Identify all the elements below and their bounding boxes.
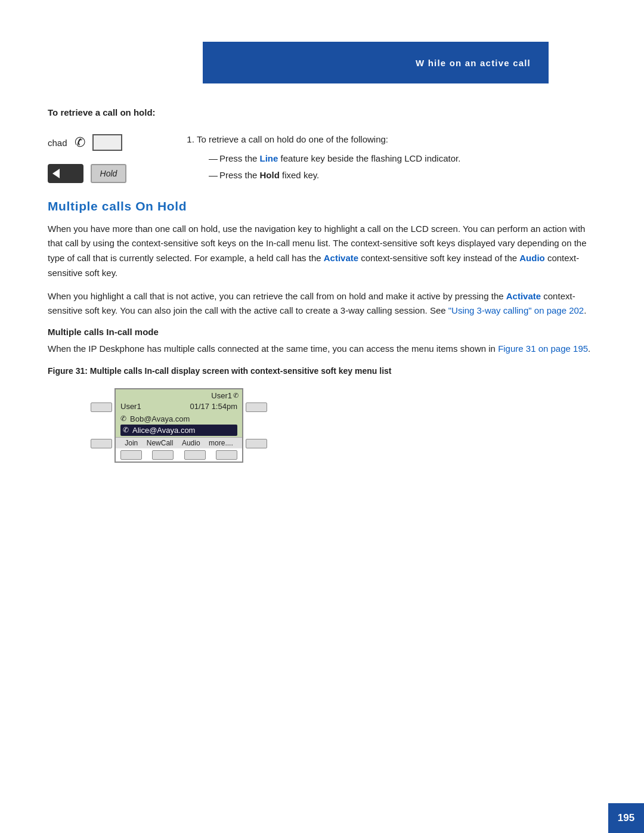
left-line-keys	[88, 388, 114, 463]
body-text-3: When the IP Deskphone has multiple calls…	[48, 342, 596, 357]
bottom-btn-4	[216, 450, 237, 460]
main-content: To retrieve a call on hold: chad ✆ Hold …	[0, 83, 644, 513]
retrieve-right: To retrieve a call on hold do one of the…	[185, 128, 596, 187]
dash1-bold: Line	[260, 153, 278, 163]
bottom-btn-3	[184, 450, 206, 460]
bottom-btn-1	[120, 450, 142, 460]
call-row-1: ✆ Bob@Avaya.com	[120, 413, 237, 425]
line-key-right-1	[246, 402, 267, 412]
activate-bold-1: Activate	[324, 253, 358, 263]
hold-label: Hold	[100, 169, 117, 178]
activate-bold-2: Activate	[506, 291, 541, 301]
dash-item-1: Press the Line feature key beside the fl…	[209, 151, 596, 166]
btn-newcall[interactable]: NewCall	[147, 439, 174, 447]
btn-audio[interactable]: Audio	[182, 439, 200, 447]
line-key-left-1	[91, 402, 112, 412]
body-text-2: When you highlight a call that is not ac…	[48, 289, 596, 319]
dash2-bold: Hold	[260, 170, 280, 180]
dash1-prefix: Press the	[219, 153, 260, 163]
call-2-label: Alice@Avaya.com	[132, 426, 195, 435]
body-text2-start: When you highlight a call that is not ac…	[48, 291, 506, 301]
body-text3-start: When the IP Deskphone has multiple calls…	[48, 343, 498, 354]
retrieve-section: chad ✆ Hold To retrieve a call on hold d…	[48, 128, 596, 187]
body-text2-end: .	[584, 305, 586, 315]
phone-label: chad	[48, 138, 67, 148]
hold-icon-btn	[48, 164, 83, 183]
hold-row: Hold	[48, 164, 167, 183]
call-row-2-selected: ✆ Alice@Avaya.com	[120, 425, 237, 436]
lcd-indicator	[92, 134, 122, 151]
call-icon-2: ✆	[123, 426, 129, 434]
phone-screen: User1 ✆ User1 01/17 1:54pm ✆ Bob@Avaya.c…	[114, 388, 243, 463]
audio-bold: Audio	[519, 253, 545, 263]
call-icon-1: ✆	[120, 414, 126, 423]
user1-label: User1	[211, 391, 232, 400]
info-user: User1	[120, 402, 141, 411]
dash2-prefix: Press the	[219, 170, 260, 180]
line-key-right-2	[246, 439, 267, 448]
step-1: To retrieve a call on hold do one of the…	[197, 133, 596, 182]
screen-info-row: User1 01/17 1:54pm	[116, 401, 242, 412]
page-number: 195	[608, 803, 644, 833]
btn-more[interactable]: more....	[209, 439, 233, 447]
header-title: W hile on an active call	[416, 58, 531, 68]
right-line-keys	[243, 388, 270, 463]
figure31-link[interactable]: Figure 31 on page 195	[498, 343, 588, 354]
retrieve-left: chad ✆ Hold	[48, 128, 167, 183]
phone-small-icon: ✆	[233, 392, 239, 400]
body-text3-end: .	[588, 343, 590, 354]
header-bar: W hile on an active call	[203, 42, 549, 83]
body-text1-mid: context-sensitive soft key instead of th…	[358, 253, 519, 263]
call-1-label: Bob@Avaya.com	[130, 414, 190, 423]
bottom-softkey-row: Join NewCall Audio more....	[116, 437, 242, 448]
figure-caption: Figure 31: Multiple calls In-call displa…	[48, 365, 596, 377]
screen-top-bar: User1 ✆	[116, 389, 242, 401]
subheading: Multiple calls In-call mode	[48, 327, 596, 337]
bottom-btn-2	[152, 450, 174, 460]
hold-label-box: Hold	[91, 164, 126, 183]
screen-calls: ✆ Bob@Avaya.com ✆ Alice@Avaya.com	[116, 412, 242, 437]
retrieve-heading: To retrieve a call on hold:	[48, 107, 596, 117]
phone-icon: ✆	[75, 135, 85, 150]
step1-text: To retrieve a call on hold do one of the…	[197, 134, 388, 144]
dash-list: Press the Line feature key beside the fl…	[209, 151, 596, 182]
line-key-left-2	[91, 439, 112, 448]
section-title: Multiple calls On Hold	[48, 199, 596, 213]
btn-join[interactable]: Join	[125, 439, 138, 447]
info-time: 01/17 1:54pm	[190, 402, 237, 411]
dash2-suffix: fixed key.	[280, 170, 319, 180]
phone-screen-container: User1 ✆ User1 01/17 1:54pm ✆ Bob@Avaya.c…	[83, 386, 274, 465]
top-softkey-row: User1 ✆ User1 01/17 1:54pm ✆ Bob@Avaya.c…	[83, 386, 274, 465]
body-text-1: When you have more than one call on hold…	[48, 222, 596, 281]
dash-item-2: Press the Hold fixed key.	[209, 168, 596, 182]
phone-row: chad ✆	[48, 134, 167, 151]
bottom-physical-btns	[116, 448, 242, 462]
3way-link[interactable]: "Using 3-way calling" on page 202	[448, 305, 584, 315]
dash1-suffix: feature key beside the flashing LCD indi…	[278, 153, 460, 163]
